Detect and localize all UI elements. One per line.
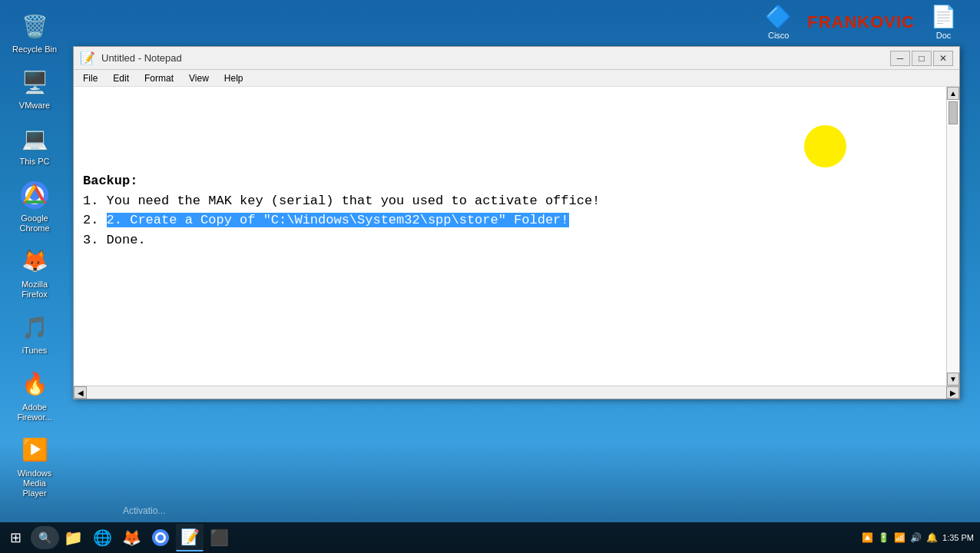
vertical-scrollbar[interactable]: ▲ ▼ — [946, 87, 959, 386]
recycle-bin-icon: 🗑️ — [19, 11, 50, 41]
search-icon: 🔍 — [38, 531, 51, 544]
desktop-icon-this-pc[interactable]: 💻 This PC — [8, 120, 61, 170]
taskbar-notepad[interactable]: 📝 — [176, 524, 204, 551]
notepad-title: Untitled - Notepad — [101, 52, 182, 64]
menu-file[interactable]: File — [77, 71, 104, 85]
notepad-window-icon: 📝 — [80, 51, 95, 65]
tray-show-hidden-icons[interactable]: 🔼 — [862, 532, 873, 543]
svg-point-5 — [157, 535, 164, 541]
desktop-icons-container: 🗑️ Recycle Bin 🖥️ VMware 💻 This PC — [0, 0, 69, 509]
thispc-icon: 💻 — [19, 123, 50, 154]
line2-number: 2. — [83, 213, 107, 227]
tray-notifications-icon[interactable]: 🔔 — [926, 532, 938, 543]
minimize-button[interactable]: ─ — [890, 51, 910, 66]
scroll-thumb-vertical[interactable] — [949, 101, 958, 124]
scroll-track-vertical[interactable] — [947, 100, 959, 373]
cisco-label: Cisco — [768, 31, 790, 40]
taskbar-file-explorer[interactable]: 📁 — [59, 524, 87, 551]
branding-area: 🔷 Cisco FRANKOVIC 📄 Doc — [765, 4, 957, 40]
menu-format[interactable]: Format — [138, 71, 180, 85]
itunes-icon: 🎵 — [19, 312, 50, 343]
thispc-label: This PC — [19, 157, 49, 167]
notepad-line-3: 3. Done. — [83, 230, 937, 250]
windows-media-player-icon: ▶️ — [19, 435, 50, 465]
adobe-fireworks-label: Adobe Firewor... — [11, 402, 58, 422]
tray-volume-icon: 🔊 — [910, 532, 922, 543]
menu-help[interactable]: Help — [218, 71, 250, 85]
firefox-icon: 🦊 — [19, 246, 50, 276]
doc-label: Doc — [936, 31, 952, 40]
recycle-bin-label: Recycle Bin — [12, 45, 57, 55]
desktop-icon-windows-media-player[interactable]: ▶️ Windows Media Player — [8, 432, 61, 502]
notepad-content[interactable]: Backup: 1. You need the MAK key (serial)… — [74, 87, 959, 386]
windows-media-player-label: Windows Media Player — [11, 469, 58, 499]
doc-brand-icon: 📄 Doc — [930, 4, 957, 40]
firefox-label: Mozilla Firefox — [11, 280, 58, 300]
notepad-line-2-selected: 2. Create a Copy of "C:\Windows\System32… — [107, 213, 569, 227]
yellow-circle-annotation — [804, 125, 846, 167]
desktop-icon-mozilla-firefox[interactable]: 🦊 Mozilla Firefox — [8, 243, 61, 303]
notepad-titlebar: 📝 Untitled - Notepad ─ □ ✕ — [74, 47, 959, 70]
doc-icon: 📄 — [930, 4, 957, 29]
activation-label: Activatio... — [123, 505, 165, 516]
search-bar[interactable]: 🔍 — [31, 526, 59, 549]
taskbar-cmd[interactable]: ⬛ — [205, 524, 233, 551]
tray-network-icon: 📶 — [894, 532, 906, 543]
taskbar-apps: 📁 🌐 🦊 📝 ⬛ — [59, 524, 862, 551]
menu-edit[interactable]: Edit — [107, 71, 135, 85]
desktop-icon-vmware[interactable]: 🖥️ VMware — [8, 64, 61, 114]
chrome-icon — [19, 180, 50, 210]
scroll-left-button[interactable]: ◀ — [74, 386, 87, 399]
notepad-line-2: 2. 2. Create a Copy of "C:\Windows\Syste… — [83, 210, 937, 230]
scroll-down-button[interactable]: ▼ — [947, 373, 959, 386]
system-clock: 1:35 PM — [942, 532, 974, 543]
vmware-label: VMware — [19, 101, 50, 111]
notepad-window: 📝 Untitled - Notepad ─ □ ✕ File Edit For… — [73, 46, 960, 399]
desktop-icon-recycle-bin[interactable]: 🗑️ Recycle Bin — [8, 8, 61, 58]
cisco-brand-icon: 🔷 Cisco — [765, 4, 792, 40]
scroll-right-button[interactable]: ▶ — [946, 386, 959, 399]
titlebar-controls: ─ □ ✕ — [890, 51, 953, 66]
itunes-label: iTunes — [22, 346, 48, 356]
horizontal-scrollbar[interactable]: ◀ ▶ — [74, 386, 959, 399]
scroll-up-button[interactable]: ▲ — [947, 87, 959, 100]
maximize-button[interactable]: □ — [912, 51, 932, 66]
notepad-menu: File Edit Format View Help — [74, 70, 959, 87]
tray-battery-icon: 🔋 — [878, 532, 889, 543]
vmware-icon: 🖥️ — [19, 67, 50, 98]
taskbar-edge[interactable]: 🌐 — [88, 524, 116, 551]
titlebar-left: 📝 Untitled - Notepad — [80, 51, 182, 65]
adobe-fireworks-icon: 🔥 — [19, 369, 50, 399]
start-button[interactable]: ⊞ — [0, 522, 31, 553]
backup-heading: Backup: — [83, 171, 937, 191]
frankovic-brand-text: FRANKOVIC — [807, 12, 915, 32]
chrome-label: Google Chrome — [11, 214, 58, 233]
notepad-line-1: 1. You need the MAK key (serial) that yo… — [83, 191, 937, 211]
taskbar-chrome[interactable] — [147, 524, 174, 551]
desktop: 🗑️ Recycle Bin 🖥️ VMware 💻 This PC — [0, 0, 980, 553]
close-button[interactable]: ✕ — [933, 51, 953, 66]
clock-time: 1:35 PM — [942, 532, 974, 543]
desktop-icon-itunes[interactable]: 🎵 iTunes — [8, 309, 61, 359]
desktop-icon-google-chrome[interactable]: Google Chrome — [8, 177, 61, 237]
menu-view[interactable]: View — [183, 71, 215, 85]
desktop-icon-adobe-fireworks[interactable]: 🔥 Adobe Firewor... — [8, 366, 61, 426]
taskbar-firefox[interactable]: 🦊 — [118, 524, 145, 551]
notepad-text-area[interactable]: Backup: 1. You need the MAK key (serial)… — [74, 87, 946, 386]
system-tray: 🔼 🔋 📶 🔊 🔔 1:35 PM — [862, 532, 980, 543]
windows-logo-icon: ⊞ — [10, 529, 22, 546]
cisco-icon: 🔷 — [765, 4, 792, 29]
taskbar: ⊞ 🔍 📁 🌐 🦊 📝 ⬛ 🔼 🔋 📶 — [0, 522, 980, 553]
